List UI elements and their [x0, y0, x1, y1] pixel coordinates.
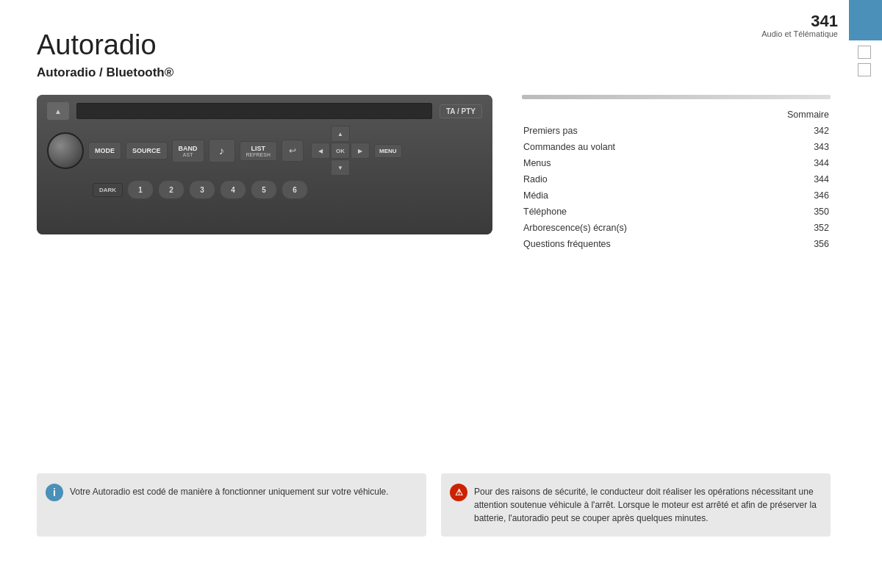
toc-item-label: Premiers pas — [522, 123, 739, 139]
table-of-contents: Sommaire Premiers pas 342 Commandes au v… — [522, 95, 831, 252]
toc-row[interactable]: Questions fréquentes 356 — [522, 236, 831, 252]
toc-item-page: 352 — [739, 220, 831, 236]
toc-item-label: Questions fréquentes — [522, 236, 739, 252]
nav-square-1[interactable] — [858, 46, 871, 59]
info-box-1: i Votre Autoradio est codé de manière à … — [37, 473, 426, 537]
info-box-2-text: Pour des raisons de sécurité, le conduct… — [474, 487, 817, 523]
toc-row[interactable]: Téléphone 350 — [522, 204, 831, 220]
toc-item-page: 350 — [739, 204, 831, 220]
toc-header-row: Sommaire — [522, 107, 831, 123]
toc-item-page: 346 — [739, 187, 831, 204]
radio-image: ▲ TA / PTY MODE SOURCE BAND AST — [37, 95, 492, 234]
toc-item-page: 342 — [739, 123, 831, 139]
radio-middle-row: MODE SOURCE BAND AST ♪ LIST REFRESH ↩ — [47, 126, 482, 176]
dpad: ▲ ◀ OK ▶ ▼ — [311, 126, 370, 176]
radio-unit: ▲ TA / PTY MODE SOURCE BAND AST — [37, 95, 492, 234]
content-columns: ▲ TA / PTY MODE SOURCE BAND AST — [37, 95, 831, 252]
list-button[interactable]: LIST REFRESH — [240, 141, 277, 161]
toc-row[interactable]: Arborescence(s) écran(s) 352 — [522, 220, 831, 236]
toc-row[interactable]: Média 346 — [522, 187, 831, 204]
info-box-2: ⚠ Pour des raisons de sécurité, le condu… — [441, 473, 831, 537]
cd-slot — [76, 103, 432, 119]
menu-button[interactable]: MENU — [374, 144, 402, 158]
page-color-bar — [849, 0, 882, 40]
info-icon-red: ⚠ — [450, 484, 467, 501]
num-btn-4[interactable]: 4 — [220, 180, 246, 199]
back-button[interactable]: ↩ — [282, 140, 304, 162]
info-boxes: i Votre Autoradio est codé de manière à … — [37, 473, 831, 537]
page-title: Autoradio — [37, 29, 831, 61]
toc-bar — [522, 95, 831, 99]
toc-header-label: Sommaire — [739, 107, 831, 123]
toc-item-page: 344 — [739, 171, 831, 187]
page-number: 341 — [761, 13, 838, 29]
num-btn-6[interactable]: 6 — [282, 180, 308, 199]
mode-button[interactable]: MODE — [88, 142, 121, 160]
num-btn-2[interactable]: 2 — [158, 180, 184, 199]
dpad-ok[interactable]: OK — [331, 143, 350, 159]
toc-row[interactable]: Radio 344 — [522, 171, 831, 187]
toc-item-label: Radio — [522, 171, 739, 187]
info-box-1-text: Votre Autoradio est codé de manière à fo… — [70, 487, 389, 497]
music-button[interactable]: ♪ — [209, 139, 235, 162]
toc-row[interactable]: Menus 344 — [522, 155, 831, 171]
dpad-up[interactable]: ▲ — [331, 126, 350, 142]
num-btn-5[interactable]: 5 — [251, 180, 277, 199]
toc-row[interactable]: Premiers pas 342 — [522, 123, 831, 139]
toc-row[interactable]: Commandes au volant 343 — [522, 139, 831, 155]
radio-bottom-row: DARK 1 2 3 4 5 6 — [93, 180, 482, 199]
num-btn-1[interactable]: 1 — [127, 180, 154, 199]
ta-pty-button[interactable]: TA / PTY — [440, 104, 482, 118]
radio-top-row: ▲ TA / PTY — [47, 102, 482, 120]
toc-item-label: Téléphone — [522, 204, 739, 220]
toc-item-label: Arborescence(s) écran(s) — [522, 220, 739, 236]
toc-item-page: 344 — [739, 155, 831, 171]
dpad-right[interactable]: ▶ — [351, 143, 370, 159]
source-button[interactable]: SOURCE — [126, 142, 168, 159]
volume-knob[interactable] — [47, 132, 84, 169]
num-btn-3[interactable]: 3 — [189, 180, 215, 199]
main-content: Autoradio Autoradio / Bluetooth® ▲ TA / … — [37, 29, 831, 252]
dark-button[interactable]: DARK — [93, 183, 123, 197]
nav-square-2[interactable] — [858, 63, 871, 76]
dpad-left[interactable]: ◀ — [311, 143, 330, 159]
toc-item-page: 356 — [739, 236, 831, 252]
info-icon-blue: i — [46, 484, 63, 501]
page-subtitle: Autoradio / Bluetooth® — [37, 65, 831, 80]
dpad-down[interactable]: ▼ — [331, 159, 350, 176]
nav-squares — [858, 46, 871, 76]
toc-item-label: Média — [522, 187, 739, 204]
toc-item-label: Commandes au volant — [522, 139, 739, 155]
toc-item-label: Menus — [522, 155, 739, 171]
toc-item-page: 343 — [739, 139, 831, 155]
band-button[interactable]: BAND AST — [172, 140, 204, 162]
toc-table: Sommaire Premiers pas 342 Commandes au v… — [522, 107, 831, 252]
eject-button[interactable]: ▲ — [47, 102, 69, 120]
